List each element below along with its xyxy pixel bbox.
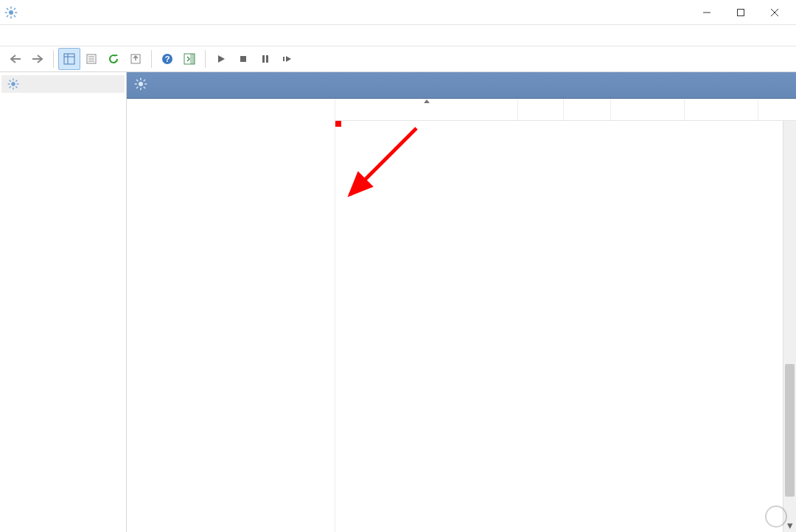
action-pane-button[interactable] bbox=[178, 48, 200, 70]
services-icon bbox=[134, 77, 147, 94]
svg-line-7 bbox=[7, 15, 8, 16]
header-start[interactable] bbox=[611, 99, 685, 120]
svg-line-34 bbox=[10, 80, 11, 82]
tree-root-item[interactable] bbox=[1, 75, 125, 93]
toolbar: ? bbox=[0, 46, 796, 72]
svg-rect-27 bbox=[266, 55, 268, 63]
toolbar-separator bbox=[205, 50, 206, 68]
restart-service-button[interactable] bbox=[276, 48, 298, 70]
svg-line-44 bbox=[144, 86, 145, 88]
svg-line-45 bbox=[136, 86, 138, 88]
close-button[interactable] bbox=[758, 0, 792, 24]
svg-line-8 bbox=[14, 8, 15, 10]
svg-line-37 bbox=[15, 80, 17, 82]
svg-rect-10 bbox=[738, 9, 744, 15]
view-detail-button[interactable] bbox=[58, 48, 80, 70]
content-header bbox=[127, 72, 796, 99]
tree-pane bbox=[0, 72, 127, 532]
nav-forward-button[interactable] bbox=[27, 48, 49, 70]
svg-line-46 bbox=[144, 80, 145, 81]
toolbar-separator bbox=[151, 50, 152, 68]
header-state[interactable] bbox=[564, 99, 611, 120]
svg-rect-24 bbox=[190, 54, 195, 64]
watermark bbox=[765, 505, 792, 528]
svg-text:?: ? bbox=[165, 55, 170, 63]
window-controls bbox=[690, 0, 792, 24]
red-arrow-icon bbox=[335, 121, 424, 209]
svg-point-29 bbox=[11, 82, 15, 85]
content-body: ▴ ▾ bbox=[127, 99, 796, 532]
nav-back-button[interactable] bbox=[4, 48, 27, 70]
header-logon[interactable] bbox=[685, 99, 758, 120]
start-service-button[interactable] bbox=[210, 48, 232, 70]
svg-line-43 bbox=[136, 80, 138, 81]
svg-rect-13 bbox=[64, 54, 74, 64]
svg-rect-26 bbox=[262, 55, 265, 63]
properties-button[interactable] bbox=[80, 48, 102, 70]
header-name[interactable] bbox=[335, 99, 518, 120]
svg-line-6 bbox=[14, 15, 15, 16]
svg-rect-25 bbox=[240, 56, 246, 62]
minimize-button[interactable] bbox=[690, 0, 724, 24]
help-button[interactable]: ? bbox=[156, 48, 178, 70]
vertical-scrollbar[interactable]: ▴ ▾ bbox=[783, 99, 796, 532]
export-button[interactable] bbox=[125, 48, 147, 70]
maximize-button[interactable] bbox=[724, 0, 758, 24]
svg-rect-28 bbox=[283, 57, 284, 61]
svg-line-5 bbox=[7, 8, 8, 10]
highlight-box bbox=[335, 121, 341, 127]
main-area: ▴ ▾ bbox=[0, 72, 796, 532]
svg-point-38 bbox=[139, 82, 143, 86]
pause-service-button[interactable] bbox=[254, 48, 276, 70]
toolbar-separator bbox=[53, 50, 54, 68]
svg-line-36 bbox=[10, 86, 11, 88]
svg-line-35 bbox=[15, 86, 17, 88]
refresh-button[interactable] bbox=[102, 48, 125, 70]
services-icon bbox=[7, 78, 19, 90]
svg-line-47 bbox=[350, 128, 416, 195]
watermark-badge bbox=[765, 505, 787, 528]
scroll-thumb[interactable] bbox=[785, 364, 795, 497]
header-desc[interactable] bbox=[518, 99, 564, 120]
menu-bar bbox=[0, 25, 796, 46]
list-header bbox=[335, 99, 796, 121]
description-pane bbox=[127, 99, 335, 532]
service-list-pane: ▴ ▾ bbox=[335, 99, 796, 532]
stop-service-button[interactable] bbox=[232, 48, 254, 70]
content-pane: ▴ ▾ bbox=[127, 72, 796, 532]
title-bar bbox=[0, 0, 796, 25]
app-icon bbox=[4, 6, 18, 19]
svg-point-0 bbox=[9, 10, 13, 15]
